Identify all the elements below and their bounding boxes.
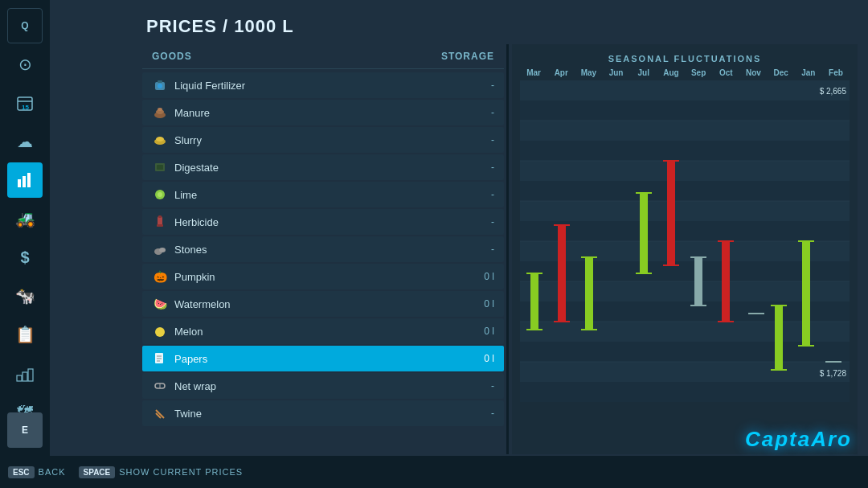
digestate-icon xyxy=(152,159,168,175)
herbicide-storage: - xyxy=(470,216,494,228)
goods-row-melon[interactable]: Melon 0 l xyxy=(142,318,504,344)
main-content: PRICES / 1000 L GOODS STORAGE Liquid Fer… xyxy=(50,0,868,488)
sidebar-item-exit[interactable]: E xyxy=(7,412,43,448)
svg-rect-67 xyxy=(802,241,810,346)
svg-point-20 xyxy=(158,192,162,197)
svg-rect-45 xyxy=(558,225,566,322)
sidebar-item-steering[interactable]: ⊙ xyxy=(7,47,43,82)
svg-rect-18 xyxy=(157,165,163,170)
svg-rect-60 xyxy=(722,241,730,322)
svg-rect-8 xyxy=(28,369,33,381)
space-label: SHOW CURRENT PRICES xyxy=(119,467,243,477)
sidebar-item-animals[interactable]: 🐄 xyxy=(7,278,43,314)
papers-storage: 0 l xyxy=(470,353,494,364)
pumpkin-icon: 🎃 xyxy=(152,269,168,285)
pumpkin-name: Pumpkin xyxy=(174,271,215,283)
svg-rect-54 xyxy=(667,161,675,265)
svg-point-26 xyxy=(155,327,165,337)
price-label-low: $ 1,728 xyxy=(820,369,846,378)
svg-rect-42 xyxy=(530,273,538,330)
svg-rect-22 xyxy=(158,215,162,218)
chart-months: Mar Apr May Jun Jul Aug Sep Oct Nov Dec … xyxy=(512,68,858,77)
header-goods: GOODS xyxy=(152,51,192,62)
pumpkin-storage: 0 l xyxy=(470,271,494,282)
goods-row-papers[interactable]: Papers 0 l xyxy=(142,346,504,371)
svg-rect-4 xyxy=(23,176,26,187)
digestate-name: Digestate xyxy=(174,162,219,174)
svg-text:15: 15 xyxy=(22,104,29,111)
sidebar-item-contracts[interactable]: 📋 xyxy=(7,317,43,352)
goods-row-stones[interactable]: Stones - xyxy=(142,236,504,262)
svg-rect-51 xyxy=(640,193,648,273)
page-title: PRICES / 1000 L xyxy=(146,16,294,37)
melon-name: Melon xyxy=(174,326,203,338)
sidebar-item-prices[interactable] xyxy=(7,162,43,198)
manure-storage: - xyxy=(470,107,494,118)
sidebar-item-calendar[interactable]: 15 xyxy=(7,85,43,121)
papers-name: Papers xyxy=(174,353,207,365)
stones-icon xyxy=(152,241,168,257)
goods-row-pumpkin[interactable]: 🎃 Pumpkin 0 l xyxy=(142,264,504,289)
esc-badge: ESC xyxy=(8,466,35,478)
watermelon-storage: 0 l xyxy=(470,298,494,310)
lime-icon xyxy=(152,187,168,203)
sidebar-item-production[interactable] xyxy=(7,355,43,391)
stones-name: Stones xyxy=(174,244,207,256)
twine-storage: - xyxy=(470,408,494,419)
herbicide-name: Herbicide xyxy=(174,216,219,228)
goods-row-herbicide[interactable]: Herbicide - xyxy=(142,209,504,235)
herbicide-icon xyxy=(152,214,168,230)
sidebar-item-quick[interactable]: Q xyxy=(7,8,43,43)
month-nov: Nov xyxy=(739,68,767,77)
esc-label: BACK xyxy=(39,467,66,477)
sidebar-item-vehicles[interactable]: 🚜 xyxy=(7,201,43,236)
goods-row-lime[interactable]: Lime - xyxy=(142,182,504,207)
twine-name: Twine xyxy=(174,408,202,420)
month-aug: Aug xyxy=(657,68,685,77)
goods-row-slurry[interactable]: Slurry - xyxy=(142,127,504,153)
melon-storage: 0 l xyxy=(470,326,494,337)
month-jul: Jul xyxy=(630,68,657,77)
month-mar: Mar xyxy=(520,68,547,77)
manure-name: Manure xyxy=(174,107,210,119)
netwrap-storage: - xyxy=(470,380,494,392)
papers-icon xyxy=(152,351,168,367)
svg-point-25 xyxy=(159,248,166,252)
chart-area: $ 2,665 $ 1,728 xyxy=(520,80,850,402)
month-jun: Jun xyxy=(603,68,630,77)
header-storage: STORAGE xyxy=(441,51,494,62)
svg-rect-48 xyxy=(585,257,593,330)
lime-storage: - xyxy=(470,189,494,200)
month-may: May xyxy=(575,68,602,77)
liquid-fertilizer-name: Liquid Fertilizer xyxy=(174,80,245,92)
space-badge: SPACE xyxy=(79,466,116,478)
chart-title: SEASONAL FLUCTUATIONS xyxy=(512,44,858,68)
month-dec: Dec xyxy=(768,68,795,77)
goods-row-watermelon[interactable]: 🍉 Watermelon 0 l xyxy=(142,291,504,317)
svg-rect-23 xyxy=(157,224,163,227)
liquid-fertilizer-storage: - xyxy=(470,80,494,91)
goods-row-liquid-fertilizer[interactable]: Liquid Fertilizer - xyxy=(142,72,504,98)
month-jan: Jan xyxy=(795,68,822,77)
twine-icon xyxy=(152,405,168,421)
esc-key-group: ESC BACK xyxy=(8,466,66,478)
sidebar: Q ⊙ 15 ☁ 🚜 $ 🐄 📋 🗺 E xyxy=(0,0,50,488)
seasonal-chart xyxy=(520,80,850,402)
month-feb: Feb xyxy=(822,68,850,77)
netwrap-icon xyxy=(152,378,168,394)
slurry-icon xyxy=(152,132,168,148)
goods-row-netwrap[interactable]: Net wrap - xyxy=(142,373,504,399)
lime-name: Lime xyxy=(174,189,197,201)
goods-row-digestate[interactable]: Digestate - xyxy=(142,154,504,180)
goods-row-manure[interactable]: Manure - xyxy=(142,100,504,125)
watermelon-icon: 🍉 xyxy=(152,296,168,312)
sidebar-item-weather[interactable]: ☁ xyxy=(7,124,43,159)
sidebar-item-money[interactable]: $ xyxy=(7,240,43,275)
month-oct: Oct xyxy=(712,68,739,77)
svg-rect-10 xyxy=(158,80,162,83)
goods-row-twine[interactable]: Twine - xyxy=(142,400,504,426)
svg-point-11 xyxy=(158,84,162,88)
month-sep: Sep xyxy=(685,68,712,77)
goods-header: GOODS STORAGE xyxy=(142,44,504,69)
panel-divider xyxy=(506,44,509,454)
